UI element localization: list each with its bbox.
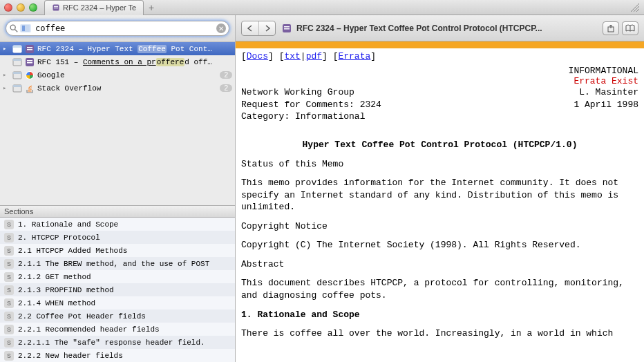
section-label: 2.1.2 GET method: [18, 273, 91, 281]
result-favicon: [25, 57, 35, 67]
section-icon: S: [4, 312, 14, 321]
svg-rect-23: [28, 89, 32, 90]
svg-rect-18: [13, 72, 21, 74]
section-1-heading: 1. Rationale and Scope: [241, 309, 638, 321]
share-button[interactable]: [603, 21, 619, 35]
doc-status-word: INFORMATIONAL: [241, 66, 638, 76]
section-label: 1. Rationale and Scope: [18, 220, 118, 229]
section-item[interactable]: S2. HTCPCP Protocol: [0, 231, 235, 244]
result-title: Stack Overflow: [37, 84, 101, 93]
result-row[interactable]: ▸ Google 2: [0, 68, 235, 82]
svg-rect-27: [284, 26, 290, 28]
back-button[interactable]: [242, 21, 258, 35]
sections-header: Sections: [0, 205, 235, 218]
forward-button[interactable]: [258, 21, 275, 35]
svg-rect-8: [13, 46, 21, 48]
copyright-paragraph: Copyright (C) The Internet Society (1998…: [241, 239, 638, 251]
section-item[interactable]: S2.1.3 PROPFIND method: [0, 283, 235, 296]
svg-rect-16: [27, 62, 32, 64]
result-row[interactable]: ▸ RFC 151 – Comments on a proffered off…: [0, 55, 235, 68]
svg-rect-10: [27, 47, 32, 48]
tab-title: RFC 2324 – Hyper Te: [63, 3, 136, 12]
reader-button[interactable]: [622, 21, 638, 35]
search-results: ▸ RFC 2324 – Hyper Text Coffee Pot Cont……: [0, 42, 235, 95]
section-icon: S: [4, 351, 14, 361]
svg-rect-11: [27, 49, 32, 50]
section-icon: S: [4, 220, 14, 229]
section-item[interactable]: S2.1.4 WHEN method: [0, 296, 235, 309]
svg-rect-21: [13, 85, 21, 87]
search-input[interactable]: [32, 23, 216, 33]
document-view[interactable]: [Docs] [txt|pdf] [Errata] INFORMATIONAL …: [236, 41, 644, 362]
txt-link[interactable]: txt: [284, 51, 300, 61]
section-icon: S: [4, 272, 14, 282]
svg-rect-24: [28, 87, 32, 88]
search-icon: [9, 23, 19, 33]
section-label: 2.2 Coffee Pot Header fields: [18, 312, 146, 321]
section-item[interactable]: S1. Rationale and Scope: [0, 218, 235, 231]
section-item[interactable]: S2.2.1.1 The "safe" response header fiel…: [0, 336, 235, 349]
new-tab-button[interactable]: +: [144, 0, 159, 15]
search-mode-icon[interactable]: [20, 24, 31, 32]
clear-search-button[interactable]: ✕: [216, 23, 226, 33]
page-title: RFC 2324 – Hyper Text Coffee Pot Control…: [296, 23, 542, 33]
doc-header-block: Network Working GroupL. MasinterRequest …: [241, 86, 638, 123]
abstract-paragraph: This document describes HTCPCP, a protoc…: [241, 277, 638, 301]
section-item[interactable]: S2.2.2 New header fields: [0, 349, 235, 362]
section-icon: S: [4, 246, 14, 256]
browser-tab[interactable]: RFC 2324 – Hyper Te: [44, 0, 144, 15]
section-label: 2. HTCPCP Protocol: [18, 234, 100, 242]
section-item[interactable]: S2.2 Coffee Pot Header fields: [0, 309, 235, 323]
window-icon: [12, 70, 22, 80]
status-heading: Status of this Memo: [241, 158, 638, 171]
section-label: 2.1.4 WHEN method: [18, 299, 95, 307]
result-title: RFC 2324 – Hyper Text Coffee Pot Cont…: [37, 45, 212, 53]
svg-rect-13: [13, 59, 21, 61]
minimize-window-button[interactable]: [17, 3, 25, 12]
svg-line-4: [15, 30, 18, 32]
doc-title: Hyper Text Coffee Pot Control Protocol (…: [241, 140, 638, 150]
disclosure-icon[interactable]: ▸: [3, 71, 10, 79]
section-label: 2.1 HTCPCP Added Methods: [18, 247, 127, 255]
section-icon: S: [4, 325, 14, 334]
disclosure-icon: ▸: [3, 45, 10, 53]
sidebar: ✕ ▸ RFC 2324 – Hyper Text Coffee Pot Con…: [0, 15, 236, 362]
section-item[interactable]: S2.1.2 GET method: [0, 270, 235, 283]
svg-rect-6: [22, 26, 25, 31]
zoom-window-button[interactable]: [29, 3, 37, 12]
tab-favicon: [52, 3, 60, 12]
result-title: Google: [37, 71, 65, 79]
search-field-wrap[interactable]: ✕: [6, 21, 229, 36]
window-icon: [12, 57, 22, 67]
section-label: 2.1.1 The BREW method, and the use of PO…: [18, 260, 209, 268]
result-title: RFC 151 – Comments on a proffered off…: [37, 58, 212, 66]
result-row[interactable]: ▸ RFC 2324 – Hyper Text Coffee Pot Cont…: [0, 42, 235, 55]
svg-rect-28: [284, 28, 290, 30]
page-favicon: [281, 23, 292, 34]
section-item[interactable]: S2.2.1 Recommended header fields: [0, 323, 235, 336]
disclosure-icon[interactable]: ▸: [3, 84, 10, 92]
section-label: 2.1.3 PROPFIND method: [18, 286, 114, 294]
pdf-link[interactable]: pdf: [306, 51, 322, 61]
titlebar: RFC 2324 – Hyper Te +: [0, 0, 644, 15]
section-1-paragraph: There is coffee all over the world. Incr…: [241, 327, 638, 340]
errata-link[interactable]: Errata: [338, 51, 370, 61]
section-label: 2.2.1.1 The "safe" response header field…: [18, 339, 205, 347]
window-icon: [12, 84, 22, 93]
result-row[interactable]: ▸ Stack Overflow 2: [0, 82, 235, 95]
section-label: 2.2.1 Recommended header fields: [18, 325, 160, 334]
window-icon: [12, 44, 22, 54]
doc-link-row: [Docs] [txt|pdf] [Errata]: [241, 51, 638, 61]
page-title-bar: RFC 2324 – Hyper Text Coffee Pot Control…: [281, 23, 597, 34]
errata-exist-label: Errata Exist: [241, 76, 638, 86]
search-bar-container: ✕: [0, 15, 235, 42]
section-icon: S: [4, 338, 14, 347]
section-item[interactable]: S2.1 HTCPCP Added Methods: [0, 244, 235, 257]
section-item[interactable]: S2.1.1 The BREW method, and the use of P…: [0, 257, 235, 270]
svg-rect-22: [28, 90, 32, 91]
close-window-button[interactable]: [4, 3, 12, 12]
content-pane: RFC 2324 – Hyper Text Coffee Pot Control…: [236, 15, 644, 362]
section-label: 2.2.2 New header fields: [18, 352, 123, 360]
status-paragraph: This memo provides information for the I…: [241, 177, 638, 213]
docs-link[interactable]: Docs: [247, 51, 268, 61]
